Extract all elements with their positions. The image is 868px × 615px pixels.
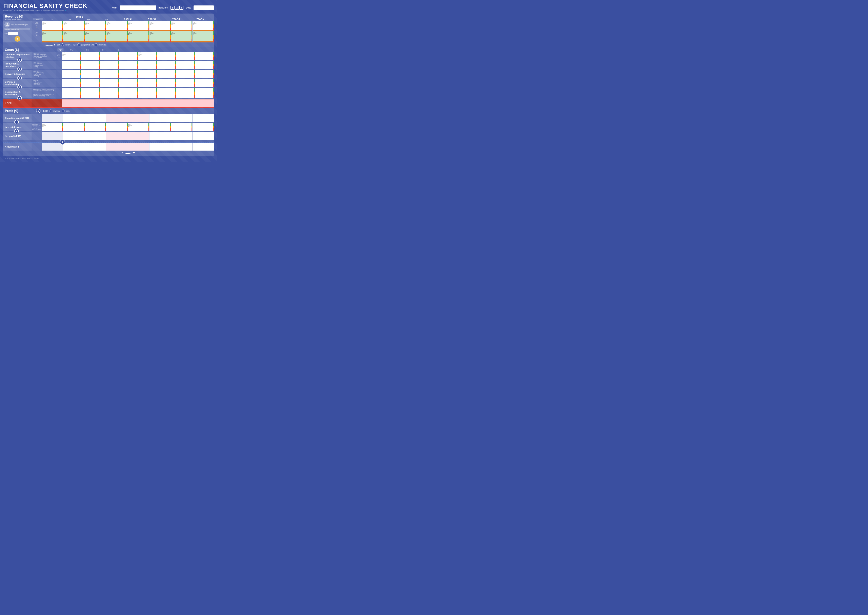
prod-y4[interactable] bbox=[176, 61, 195, 69]
acq-y4[interactable] bbox=[176, 52, 195, 59]
dep-y3[interactable] bbox=[157, 88, 176, 98]
dep-y4[interactable] bbox=[176, 88, 195, 98]
acc-y4[interactable] bbox=[171, 143, 192, 151]
rev-clv-y2[interactable]: YesMaybeNo bbox=[128, 31, 149, 42]
del-q4[interactable] bbox=[119, 70, 138, 78]
adm-q1[interactable] bbox=[62, 79, 81, 87]
acc-q1[interactable] bbox=[42, 143, 63, 151]
prod-y5[interactable] bbox=[195, 61, 214, 69]
prod-q2[interactable] bbox=[81, 61, 100, 69]
ebit-q4[interactable] bbox=[106, 114, 128, 122]
team-input[interactable] bbox=[120, 5, 156, 10]
adm-q4[interactable] bbox=[119, 79, 138, 87]
adm-y5[interactable] bbox=[195, 79, 214, 87]
del-q1[interactable] bbox=[62, 70, 81, 78]
iter-3[interactable]: 3 bbox=[179, 6, 183, 10]
total-y4[interactable] bbox=[176, 100, 195, 107]
clv-input[interactable] bbox=[8, 32, 19, 35]
del-y2[interactable] bbox=[138, 70, 157, 78]
prod-y3[interactable] bbox=[157, 61, 176, 69]
rev-customers-q1[interactable]: HighMaybeNo bbox=[42, 21, 63, 31]
rev-clv-q1[interactable]: YesMaybeNo bbox=[42, 31, 63, 42]
tax-q1[interactable]: HighMaybeNo bbox=[42, 123, 63, 131]
rev-clv-q2[interactable]: YesMaybeNo bbox=[63, 31, 84, 42]
rev-clv-q3[interactable]: YesMaybeNo bbox=[85, 31, 106, 42]
del-y4[interactable] bbox=[176, 70, 195, 78]
adm-q2[interactable] bbox=[81, 79, 100, 87]
total-y3[interactable] bbox=[157, 100, 176, 107]
net-q3[interactable] bbox=[85, 133, 106, 140]
net-y3[interactable] bbox=[149, 133, 171, 140]
net-q2[interactable] bbox=[63, 133, 84, 140]
dep-y2[interactable] bbox=[138, 88, 157, 98]
del-q2[interactable] bbox=[81, 70, 100, 78]
rev-customers-y2[interactable]: HighMaybeNo bbox=[128, 21, 149, 31]
ebit-y3[interactable] bbox=[149, 114, 171, 122]
acq-y5[interactable] bbox=[195, 52, 214, 59]
rev-clv-y5[interactable]: YesMaybeNo bbox=[192, 31, 214, 42]
iter-2[interactable]: 2 bbox=[175, 6, 179, 10]
acc-q3[interactable] bbox=[85, 143, 106, 151]
dep-q2[interactable] bbox=[81, 88, 100, 98]
prod-q1[interactable] bbox=[62, 61, 81, 69]
tax-q4[interactable] bbox=[106, 123, 128, 131]
del-q3[interactable] bbox=[100, 70, 119, 78]
net-y5[interactable] bbox=[192, 133, 214, 140]
ebit-y5[interactable] bbox=[192, 114, 214, 122]
total-y5[interactable] bbox=[195, 100, 214, 107]
adm-q3[interactable] bbox=[100, 79, 119, 87]
acc-y3[interactable] bbox=[149, 143, 171, 151]
ebit-y4[interactable] bbox=[171, 114, 192, 122]
adm-y2[interactable] bbox=[138, 79, 157, 87]
total-y2[interactable] bbox=[138, 100, 157, 107]
tax-y4[interactable] bbox=[171, 123, 192, 131]
total-q2[interactable] bbox=[81, 100, 100, 107]
dep-q3[interactable] bbox=[100, 88, 119, 98]
dep-y5[interactable] bbox=[195, 88, 214, 98]
prod-q3[interactable] bbox=[100, 61, 119, 69]
prod-y2[interactable] bbox=[138, 61, 157, 69]
acc-y2[interactable] bbox=[128, 143, 149, 151]
rev-customers-q3[interactable]: HighMaybeNo bbox=[85, 21, 106, 31]
total-q3[interactable] bbox=[100, 100, 119, 107]
rev-clv-q4[interactable]: YesMaybeNo bbox=[106, 31, 128, 42]
total-q1[interactable] bbox=[62, 100, 81, 107]
adm-y4[interactable] bbox=[176, 79, 195, 87]
rev-clv-y3[interactable]: YesMaybeNo bbox=[149, 31, 171, 42]
dep-q4[interactable] bbox=[119, 88, 138, 98]
net-y4[interactable] bbox=[171, 133, 192, 140]
rev-customers-q4[interactable]: HighMaybeNo bbox=[106, 21, 128, 31]
adm-y3[interactable] bbox=[157, 79, 176, 87]
rev-customers-y4[interactable]: HighMaybeNo bbox=[171, 21, 192, 31]
tax-y5[interactable] bbox=[192, 123, 214, 131]
acc-y5[interactable] bbox=[192, 143, 214, 151]
acc-q4[interactable] bbox=[106, 143, 128, 151]
ebit-y2[interactable] bbox=[128, 114, 149, 122]
ebit-q1[interactable] bbox=[42, 114, 63, 122]
acq-q2[interactable] bbox=[81, 52, 100, 59]
net-y2[interactable] bbox=[128, 133, 149, 140]
ebit-q3[interactable] bbox=[85, 114, 106, 122]
rev-customers-q2[interactable]: HighMaybeNo bbox=[63, 21, 84, 31]
acq-y3[interactable] bbox=[157, 52, 176, 59]
tax-y3[interactable] bbox=[149, 123, 171, 131]
iter-1[interactable]: 1 bbox=[170, 6, 175, 10]
tax-q2[interactable] bbox=[63, 123, 84, 131]
net-q1[interactable] bbox=[42, 133, 63, 140]
rev-customers-y5[interactable]: HighMaybeNo bbox=[192, 21, 214, 31]
acc-q2[interactable] bbox=[63, 143, 84, 151]
prod-q4[interactable] bbox=[119, 61, 138, 69]
dep-q1[interactable] bbox=[62, 88, 81, 98]
ebit-q2[interactable] bbox=[63, 114, 84, 122]
del-y5[interactable] bbox=[195, 70, 214, 78]
rev-clv-y4[interactable]: YesMaybeNo bbox=[171, 31, 192, 42]
acq-y2[interactable]: HighMaybeNo bbox=[138, 52, 157, 59]
date-input[interactable] bbox=[194, 5, 214, 10]
acq-q1[interactable]: HighMaybeNo bbox=[62, 52, 81, 59]
tax-q3[interactable] bbox=[85, 123, 106, 131]
total-q4[interactable] bbox=[119, 100, 138, 107]
rev-customers-y3[interactable]: HighMaybeNo bbox=[149, 21, 171, 31]
tax-y2[interactable]: HighMaybeNo bbox=[128, 123, 149, 131]
acq-q4[interactable] bbox=[119, 52, 138, 59]
acq-q3[interactable] bbox=[100, 52, 119, 59]
